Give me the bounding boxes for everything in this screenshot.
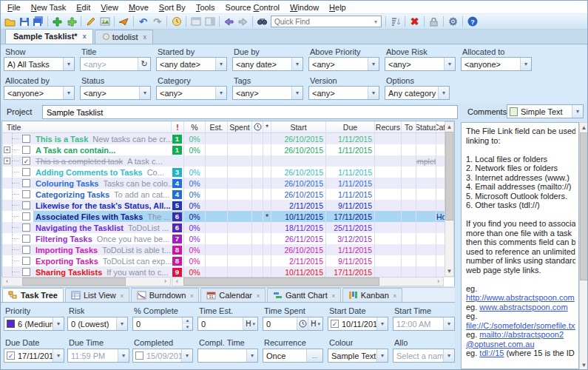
close-icon[interactable]: x xyxy=(143,33,147,41)
chevron-down-icon[interactable]: ▾ xyxy=(53,349,64,362)
comments-vertical-scrollbar[interactable]: ▲ ▼ xyxy=(579,122,588,370)
columns-horizontal-scrollbar[interactable]: ‹ › xyxy=(172,277,444,286)
tasklist-tab-sample-tasklist[interactable]: Sample Tasklist*x xyxy=(5,29,93,44)
close-icon[interactable]: x xyxy=(257,292,260,299)
chevron-down-icon[interactable]: ▾ xyxy=(368,87,379,99)
filter-version[interactable]: <any>▾ xyxy=(308,86,379,100)
chevron-down-icon[interactable]: ▾ xyxy=(116,317,127,330)
scroll-thumb[interactable] xyxy=(22,278,126,286)
task-checkbox[interactable] xyxy=(22,268,30,276)
task-checkbox[interactable]: ✓ xyxy=(22,157,30,165)
menu-file[interactable]: File xyxy=(2,1,26,13)
comment-link[interactable]: @optusnet.com.au xyxy=(466,340,535,349)
scroll-thumb[interactable] xyxy=(580,132,588,280)
task-checkbox[interactable] xyxy=(22,235,30,243)
column-header-recurs[interactable]: Recurs xyxy=(375,121,402,132)
close-icon[interactable]: x xyxy=(393,292,396,299)
filter-due-by[interactable]: <any date>▾ xyxy=(232,57,303,71)
project-input[interactable] xyxy=(42,105,458,119)
scroll-right-icon[interactable]: › xyxy=(160,278,170,286)
comment-link[interactable]: mailto://abstractspoon2 xyxy=(479,330,564,339)
menu-source-control[interactable]: Source Control xyxy=(220,1,285,13)
close-icon[interactable]: x xyxy=(83,33,87,40)
task-row[interactable]: Associated Files with TasksThe ...60%*10… xyxy=(2,211,454,222)
close-icon[interactable]: x xyxy=(121,292,124,299)
scroll-track[interactable] xyxy=(580,132,588,360)
scroll-left-icon[interactable]: ‹ xyxy=(2,278,12,286)
help-icon[interactable]: ? xyxy=(465,16,479,28)
task-checkbox[interactable] xyxy=(22,212,30,221)
chevron-down-icon[interactable]: ▾ xyxy=(368,58,379,70)
expand-icon[interactable]: + xyxy=(4,158,10,164)
chevron-down-icon[interactable]: ▾ xyxy=(376,349,388,362)
scroll-up-icon[interactable]: ▲ xyxy=(447,122,453,132)
chevron-down-icon[interactable]: ▾ xyxy=(215,87,226,99)
filter-show[interactable]: A) All Tasks▾ xyxy=(4,57,75,71)
scroll-track[interactable] xyxy=(445,132,453,266)
menu-sort-by[interactable]: Sort By xyxy=(154,1,191,13)
quick-find-combo[interactable]: ▾ xyxy=(271,16,382,27)
scroll-thumb[interactable] xyxy=(183,278,379,286)
menu-tools[interactable]: Tools xyxy=(191,1,220,13)
save-all-icon[interactable] xyxy=(31,16,45,28)
column-header-priority[interactable]: ! xyxy=(172,121,184,132)
prev-task-icon[interactable] xyxy=(222,16,236,28)
date-checkbox[interactable]: ✓ xyxy=(331,320,339,328)
task-checkbox[interactable] xyxy=(22,190,30,198)
attr-recurrence-field[interactable]: Once... xyxy=(263,349,323,363)
menu-new-task[interactable]: New Task xyxy=(26,1,72,13)
attr-risk-field[interactable]: 0 (Lowest)▾ xyxy=(67,317,128,331)
chevron-down-icon[interactable]: ▾ xyxy=(63,58,74,70)
chevron-down-icon[interactable]: ▾ xyxy=(438,87,449,99)
task-row[interactable]: Adding Comments to TasksCo...30%26/10/20… xyxy=(2,166,454,178)
task-row[interactable]: Importing TasksToDoList is able t...80%2… xyxy=(2,244,454,255)
time-unit-button[interactable]: H▾ xyxy=(308,317,322,330)
filter-above-priority[interactable]: <any>▾ xyxy=(308,57,379,71)
password-lock-icon[interactable] xyxy=(427,16,441,28)
open-folder-icon[interactable] xyxy=(3,16,17,28)
undo-icon[interactable]: ↶ xyxy=(136,16,150,28)
menu-move[interactable]: Move xyxy=(124,1,154,13)
chevron-down-icon[interactable]: ▾ xyxy=(246,349,257,362)
scroll-up-icon[interactable]: ▲ xyxy=(581,123,587,132)
close-icon[interactable]: x xyxy=(332,292,335,299)
new-task-icon[interactable] xyxy=(50,16,64,28)
filter-allocated-by[interactable]: <anyone>▾ xyxy=(4,86,75,100)
filter-started-by[interactable]: <any date>▾ xyxy=(156,57,227,71)
sort-icon[interactable] xyxy=(388,16,402,28)
task-checkbox[interactable] xyxy=(22,257,30,265)
task-row[interactable]: Filtering TasksOnce you have be...70%26/… xyxy=(2,233,454,244)
send-tasklist-icon[interactable] xyxy=(117,16,131,28)
attr-priority-field[interactable]: 6 (Medium)▾ xyxy=(4,317,64,331)
menu-view[interactable]: View xyxy=(95,1,124,13)
new-subtask-icon[interactable] xyxy=(64,16,78,28)
attr-complete-field[interactable]: 0▲▼ xyxy=(132,317,193,331)
comments-editor[interactable]: The File Link field can be used forlinki… xyxy=(461,122,579,369)
task-row[interactable]: Categorizing TasksTo add an cat...40%26/… xyxy=(2,189,454,200)
column-header-est[interactable]: Est. xyxy=(206,121,228,132)
scroll-down-icon[interactable]: ▼ xyxy=(581,360,587,370)
task-checkbox[interactable] xyxy=(22,135,30,143)
column-header-spent[interactable]: Spent xyxy=(228,121,252,132)
column-header-start[interactable]: Start xyxy=(271,121,326,132)
time-track-icon[interactable] xyxy=(169,16,183,28)
chevron-down-icon[interactable]: ▾ xyxy=(444,58,455,70)
chevron-down-icon[interactable]: ▾ xyxy=(63,87,74,99)
spin-down-icon[interactable]: ▼ xyxy=(183,324,192,331)
comment-link[interactable]: http://www.abstractspoon.com xyxy=(466,293,575,302)
spin-up-icon[interactable]: ▲ xyxy=(183,317,192,324)
chevron-down-icon[interactable]: ▾ xyxy=(520,58,531,70)
chevron-down-icon[interactable]: ▾ xyxy=(443,317,454,330)
task-checkbox[interactable] xyxy=(22,179,30,187)
attr-start-date-field[interactable]: ✓10/11/2015▾ xyxy=(328,317,388,331)
tree-horizontal-scrollbar[interactable]: ‹ › xyxy=(1,277,171,286)
task-checkbox[interactable] xyxy=(22,201,30,209)
chevron-down-icon[interactable]: ▾ xyxy=(291,58,303,70)
filter-category[interactable]: <any>▾ xyxy=(156,86,227,100)
attr-time-est-field[interactable]: 0H▾ xyxy=(197,317,258,331)
chevron-down-icon[interactable]: ▾ xyxy=(443,349,454,362)
task-checkbox[interactable] xyxy=(22,246,30,254)
attr-time-spent-field[interactable]: 0H▾ xyxy=(263,317,323,331)
view-tab-burndown[interactable]: Burndownx xyxy=(131,288,200,302)
view-tab-calendar[interactable]: 31Calendarx xyxy=(200,288,266,302)
